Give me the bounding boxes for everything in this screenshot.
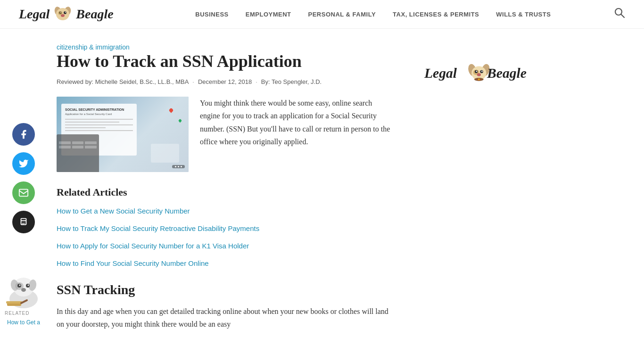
related-bottom-text[interactable]: How to Get a (7, 319, 40, 327)
svg-point-35 (476, 71, 477, 72)
related-articles-title: Related Articles (57, 186, 391, 198)
related-link-4[interactable]: How to Find Your Social Security Number … (57, 258, 391, 268)
svg-point-4 (64, 11, 66, 14)
article-date: December 12, 2018 (198, 78, 252, 85)
related-articles-section: Related Articles How to Get a New Social… (57, 186, 391, 268)
related-link-2[interactable]: How to Track My Social Security Retroact… (57, 223, 391, 233)
article-title: How to Track an SSN Application (57, 51, 391, 72)
main-nav: BUSINESS EMPLOYMENT PERSONAL & FAMILY TA… (142, 11, 604, 18)
site-logo[interactable]: Legal Beagle (19, 5, 114, 24)
facebook-share-button[interactable] (12, 123, 35, 146)
search-icon[interactable] (614, 7, 625, 21)
logo-dog-icon (51, 5, 74, 24)
logo-text-right: Beagle (76, 7, 113, 22)
svg-point-36 (481, 71, 482, 72)
svg-point-8 (58, 11, 63, 15)
twitter-share-button[interactable] (12, 152, 35, 175)
svg-point-6 (65, 12, 66, 13)
svg-rect-13 (22, 223, 25, 223)
reviewed-by: Reviewed by: Michelle Seidel, B.Sc., LL.… (57, 78, 189, 85)
article-image: SOCIAL SECURITY ADMINISTRATION Applicati… (57, 97, 189, 172)
meta-dot1: · (192, 78, 194, 85)
svg-rect-11 (19, 189, 28, 197)
svg-rect-14 (22, 224, 25, 224)
svg-line-10 (621, 15, 625, 18)
site-header: Legal Beagle BUSINESS EMPLOYMENT PERSONA… (0, 0, 644, 29)
related-link-1[interactable]: How to Get a New Social Security Number (57, 206, 391, 216)
right-sidebar: Legal (405, 29, 552, 345)
print-button[interactable] (12, 211, 35, 233)
nav-wills[interactable]: WILLS & TRUSTS (496, 11, 551, 18)
logo-text-left: Legal (19, 7, 50, 22)
related-label: RELATED (5, 311, 29, 316)
related-link-3[interactable]: How to Apply for Social Security Number … (57, 241, 391, 251)
svg-text:Legal: Legal (424, 66, 457, 81)
related-dog-icon (0, 268, 50, 311)
nav-business[interactable]: BUSINESS (195, 11, 228, 18)
svg-point-41 (478, 78, 480, 80)
main-container: RELATED How to Get a citizenship & immig… (0, 29, 644, 345)
nav-tax[interactable]: TAX, LICENSES & PERMITS (393, 11, 479, 18)
related-dog-box: RELATED How to Get a (2, 268, 45, 334)
right-sidebar-logo: Legal (424, 52, 533, 99)
svg-text:Beagle: Beagle (487, 66, 527, 81)
svg-rect-26 (6, 301, 22, 304)
ssn-section-title: SSN Tracking (57, 282, 391, 297)
email-share-button[interactable] (12, 181, 35, 204)
article-author: By: Teo Spengler, J.D. (261, 78, 322, 85)
article-meta: Reviewed by: Michelle Seidel, B.Sc., LL.… (57, 78, 391, 85)
ssn-section-text: In this day and age when you can get det… (57, 305, 391, 330)
lb-logo-large: Legal (415, 43, 542, 109)
svg-point-37 (477, 73, 481, 76)
svg-point-22 (19, 285, 21, 286)
article-content: citizenship & immigration How to Track a… (47, 29, 405, 345)
breadcrumb[interactable]: citizenship & immigration (57, 43, 130, 51)
meta-dot2: · (256, 78, 257, 85)
social-sidebar: RELATED How to Get a (0, 29, 47, 345)
nav-personal-family[interactable]: PERSONAL & FAMILY (308, 11, 376, 18)
article-top: SOCIAL SECURITY ADMINISTRATION Applicati… (57, 97, 391, 172)
nav-employment[interactable]: EMPLOYMENT (246, 11, 291, 18)
svg-point-23 (28, 285, 29, 286)
ssn-section: SSN Tracking In this day and age when yo… (57, 282, 391, 330)
svg-point-24 (21, 288, 26, 292)
article-intro: You might think there would be some easy… (200, 97, 391, 172)
